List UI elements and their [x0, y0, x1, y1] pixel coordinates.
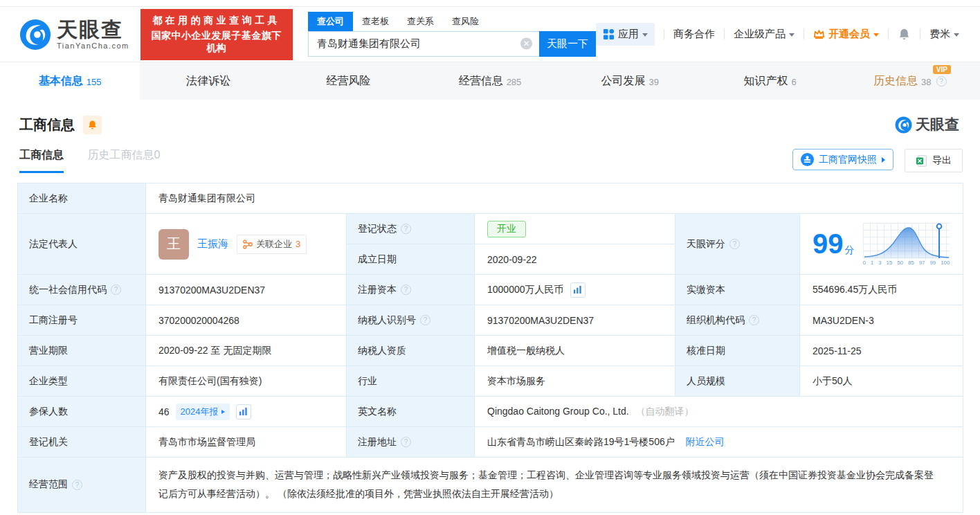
search-input[interactable]	[309, 32, 539, 56]
industry-label: 行业	[347, 366, 475, 397]
company-name-value: 青岛财通集团有限公司	[146, 183, 963, 214]
help-icon[interactable]: ?	[401, 284, 411, 295]
watermark-text: 天眼查	[916, 115, 959, 134]
taxpayer-id-label: 纳税人识别号	[358, 314, 416, 327]
crown-icon	[813, 28, 825, 40]
top-nav: 应用 商务合作 企业级产品 开通会员	[596, 23, 959, 46]
legal-rep-link[interactable]: 王振海	[197, 237, 228, 251]
nav-user-menu[interactable]: 费米	[929, 28, 959, 41]
paid-capital-label: 实缴资本	[675, 275, 800, 305]
help-icon[interactable]: ?	[401, 437, 411, 447]
tab-basic-info[interactable]: 基本信息 155	[0, 62, 140, 100]
help-icon[interactable]: ?	[749, 315, 759, 325]
taxpayer-quality-value: 增值税一般纳税人	[475, 336, 675, 366]
search-button[interactable]: 天眼一下	[539, 31, 596, 57]
english-name-value: Qingdao Caitong Group Co., Ltd.	[487, 406, 629, 417]
chevron-down-icon	[954, 33, 959, 37]
section-title: 工商信息	[19, 116, 75, 134]
reg-number-value: 370200020004268	[146, 305, 347, 336]
brand-domain: TianYanCha.com	[57, 42, 129, 50]
official-snapshot-button[interactable]: 工商官网快照	[792, 149, 893, 170]
tab-company-development[interactable]: 公司发展 39	[560, 62, 700, 100]
chevron-down-icon	[873, 33, 879, 37]
subtab-business-info[interactable]: 工商信息	[19, 148, 64, 173]
approval-date-value: 2025-11-25	[800, 336, 963, 366]
score-label: 天眼评分	[687, 238, 725, 251]
help-icon[interactable]: ?	[420, 315, 430, 325]
org-code-label: 组织机构代码	[687, 314, 745, 327]
annual-report-badge[interactable]: 2024年报	[176, 404, 230, 420]
brand-name: 天眼查	[57, 19, 129, 40]
notification-bell-icon[interactable]	[898, 28, 911, 41]
nav-enterprise-products[interactable]: 企业级产品	[734, 28, 795, 41]
search-tab-company[interactable]: 查公司	[308, 12, 353, 31]
nearby-companies-link[interactable]: 附近公司	[686, 436, 725, 447]
site-header: 天眼查 TianYanCha.com 都在用的商业查询工具 国家中小企业发展子基…	[0, 7, 980, 62]
network-icon	[243, 240, 253, 249]
promo-line-1: 都在用的商业查询工具	[147, 15, 286, 27]
credit-code-value: 91370200MA3U2DEN37	[146, 275, 347, 305]
divider	[804, 29, 804, 39]
chevron-down-icon	[789, 33, 795, 37]
chevron-down-icon	[642, 33, 648, 37]
username: 费米	[929, 28, 950, 41]
insured-count: 46	[158, 406, 170, 417]
search-tab-relation[interactable]: 查关系	[398, 12, 443, 31]
export-button[interactable]: 导出	[905, 149, 963, 172]
search-tab-boss[interactable]: 查老板	[353, 12, 398, 31]
legal-rep-label: 法定代表人	[18, 214, 146, 275]
nav-open-vip[interactable]: 开通会员	[813, 28, 879, 41]
tab-history-info[interactable]: VIP 历史信息 38 ?	[840, 62, 980, 100]
help-icon[interactable]: ?	[72, 480, 82, 490]
business-info-table: 企业名称 青岛财通集团有限公司 法定代表人 王 王振海	[17, 183, 963, 513]
tab-legal-proceedings[interactable]: 法律诉讼	[140, 62, 280, 100]
reg-authority-label: 登记机关	[18, 427, 146, 458]
table-row: 法定代表人 王 王振海 关联企业	[18, 214, 963, 244]
score-value: 99分	[813, 228, 855, 260]
search-area: 查公司 查老板 查关系 查风险 ✕ 天眼一下	[308, 12, 596, 57]
company-type-label: 企业类型	[18, 366, 146, 397]
table-row: 登记机关 青岛市市场监督管理局 注册地址? 山东省青岛市崂山区秦岭路19号1号楼…	[18, 427, 963, 458]
help-icon[interactable]: ?	[401, 224, 411, 234]
promo-line-2: 国家中小企业发展子基金旗下机构	[147, 30, 286, 55]
help-icon[interactable]: ?	[936, 76, 947, 87]
promo-banner: 都在用的商业查询工具 国家中小企业发展子基金旗下机构	[140, 9, 293, 60]
insured-chart-icon[interactable]	[236, 404, 251, 419]
tab-business-operations[interactable]: 经营信息 285	[420, 62, 560, 100]
establish-date-value: 2020-09-22	[475, 244, 675, 275]
avatar[interactable]: 王	[158, 229, 189, 260]
table-row: 工商注册号 370200020004268 纳税人识别号? 91370200MA…	[18, 305, 963, 336]
search-tab-risk[interactable]: 查风险	[443, 12, 488, 31]
subscribe-bell-button[interactable]	[83, 116, 102, 134]
tianyancha-logo-icon	[19, 19, 51, 51]
help-icon[interactable]: ?	[111, 284, 121, 295]
capital-chart-icon[interactable]	[570, 282, 586, 298]
establish-date-label: 成立日期	[347, 244, 475, 275]
apps-menu[interactable]: 应用	[596, 23, 655, 46]
reg-address-label: 注册地址	[358, 436, 397, 449]
staff-size-label: 人员规模	[675, 366, 800, 397]
tianyancha-logo[interactable]: 天眼查 TianYanCha.com	[19, 19, 129, 51]
reg-capital-value: 1000000万人民币	[487, 284, 564, 296]
stamp-icon	[801, 153, 814, 166]
insured-label: 参保人数	[18, 397, 146, 427]
table-row: 营业期限 2020-09-22 至 无固定期限 纳税人资质 增值税一般纳税人 核…	[18, 336, 963, 366]
auto-translate-note: （自动翻译）	[636, 406, 694, 417]
tianyancha-company-page: 天眼查 TianYanCha.com 都在用的商业查询工具 国家中小企业发展子基…	[0, 0, 980, 515]
nav-cooperation[interactable]: 商务合作	[673, 28, 715, 41]
top-strip	[0, 0, 980, 7]
excel-icon	[916, 155, 927, 167]
tab-intellectual-property[interactable]: 知识产权 6	[700, 62, 840, 100]
score-marker-dot	[936, 224, 941, 228]
reg-number-label: 工商注册号	[18, 305, 146, 336]
subtab-history-business-info[interactable]: 历史工商信息0	[87, 148, 160, 171]
business-term-label: 营业期限	[18, 336, 146, 366]
company-name-label: 企业名称	[18, 183, 146, 214]
tab-operational-risk[interactable]: 经营风险	[280, 62, 420, 100]
content: 工商信息 天眼查 工商信息 历史工商信息0	[0, 100, 980, 513]
help-icon[interactable]: ?	[729, 239, 740, 249]
business-term-value: 2020-09-22 至 无固定期限	[146, 336, 347, 366]
table-row: 企业名称 青岛财通集团有限公司	[18, 183, 963, 214]
related-company-badge[interactable]: 关联企业 3	[237, 235, 307, 254]
clear-icon[interactable]: ✕	[520, 38, 532, 50]
